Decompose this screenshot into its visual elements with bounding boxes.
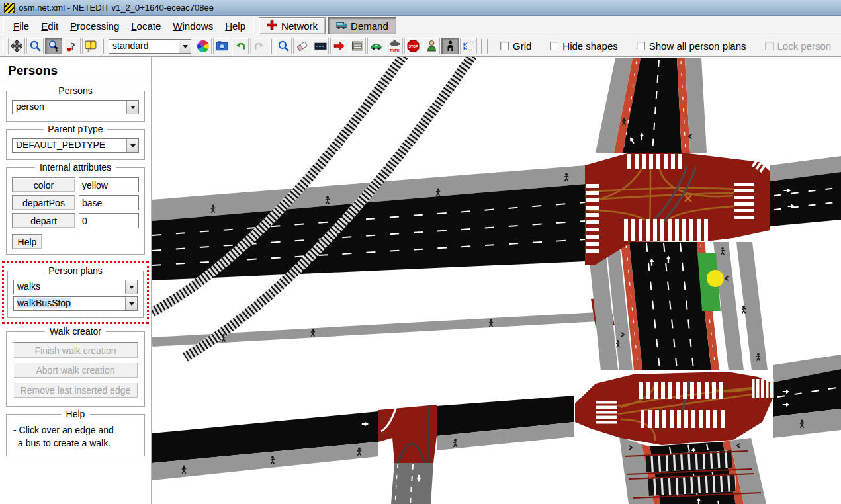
person-plans-group: Person plans walks walkBusStop [7,271,144,318]
window-title: osm.net.xml - NETEDIT v1_2_0+1640-eceac7… [19,3,214,13]
network-mode-button[interactable]: Network [259,17,326,34]
depart-attribute-button[interactable]: depart [12,213,75,228]
screenshot-button[interactable] [213,38,230,54]
zoom-icon [29,40,42,52]
chevron-down-icon[interactable] [179,40,191,53]
route-mode-button[interactable] [312,38,329,54]
edge-north-road[interactable] [596,58,707,153]
redo-icon [253,40,265,52]
checkbox-icon[interactable] [637,42,645,50]
junction-t[interactable] [378,405,437,463]
vehicle-type-icon: TYPE [388,40,401,52]
persons-frame: Persons Persons person Parent pType DEFA… [0,57,152,504]
edge-vertical-road[interactable] [588,242,768,370]
chevron-down-icon[interactable] [125,297,137,310]
person-plans-highlight: Person plans walks walkBusStop [2,261,149,324]
hide-shapes-checkbox[interactable]: Hide shapes [550,40,617,52]
remove-last-edge-button: Remove last inserted edge [13,382,138,398]
color-scheme-button[interactable] [195,38,212,54]
network-view[interactable] [152,57,841,504]
demand-mode-icon [336,20,347,32]
svg-text:STOP: STOP [408,44,418,48]
menu-edit[interactable]: Edit [35,19,64,34]
view-options: Grid Hide shapes Show all person plans L… [500,40,831,52]
camera-icon [216,40,228,52]
menu-help[interactable]: Help [219,19,251,34]
tooltip-button[interactable]: ! [82,38,99,54]
vehicle-mode-button[interactable] [367,38,384,54]
stop-mode-button[interactable] [349,38,366,54]
pan-view-button[interactable] [8,38,25,54]
help-text: - Click over an edge and a bus to create… [11,421,140,451]
person-type-icon [425,40,438,52]
zoom-select-button[interactable] [45,38,62,54]
inspect-mode-button[interactable] [275,38,292,54]
junction-south[interactable] [575,372,774,445]
pan-icon [11,40,23,52]
checkbox-icon[interactable] [550,42,558,50]
color-attribute-button[interactable]: color [12,177,75,192]
edge-east-road[interactable] [770,156,841,226]
person-mode-button[interactable] [441,38,459,54]
car-icon [370,40,382,52]
chevron-down-icon[interactable] [125,280,137,294]
person-plan-icon [463,40,475,52]
toolbar-grip[interactable] [3,19,5,33]
finish-walk-button: Finish walk creation [13,342,138,358]
chevron-down-icon[interactable] [126,139,138,152]
color-wheel-icon [197,40,210,53]
move-mode-button[interactable] [330,38,347,54]
context-help-button[interactable]: ? [64,38,81,54]
edge-south-lane[interactable] [391,463,433,504]
menu-bar: File Edit Processing Locate Windows Help… [0,16,841,36]
plan-type-select[interactable]: walks [13,280,138,294]
menu-processing[interactable]: Processing [64,19,125,34]
undo-button[interactable] [232,38,249,54]
toolbar-grip[interactable] [270,39,272,54]
toolbar-grip[interactable] [480,39,482,54]
color-input[interactable] [79,177,139,192]
stop-sign-icon: STOP [407,40,420,52]
stop-sign-mode-button[interactable]: STOP [404,38,421,54]
vehicle-type-mode-button[interactable]: TYPE [386,38,403,54]
person-select[interactable]: person [12,100,139,114]
lock-person-checkbox: Lock person [765,40,832,52]
persons-group: Persons person [6,91,145,122]
depart-input[interactable] [79,213,139,228]
departpos-input[interactable] [79,195,139,210]
svg-text:TYPE: TYPE [390,48,400,52]
grid-checkbox[interactable]: Grid [500,40,531,52]
menu-file[interactable]: File [7,19,35,34]
person-marker[interactable] [707,270,724,287]
parent-ptype-group: Parent pType DEFAULT_PEDTYPE [6,129,145,160]
toolbar-grip[interactable] [253,19,255,33]
attributes-help-button[interactable]: Help [12,234,42,249]
plan-mode-select[interactable]: walkBusStop [13,296,138,311]
delete-mode-button[interactable] [293,38,310,54]
edge-bottom-road[interactable] [152,396,574,480]
departpos-attribute-button[interactable]: departPos [12,195,75,210]
person-plan-mode-button[interactable] [460,38,477,54]
app-icon [4,3,15,13]
help-group: Help - Click over an edge and a bus to c… [6,414,145,456]
person-type-mode-button[interactable] [423,38,440,54]
edge-lower-east-road[interactable] [773,355,841,438]
svg-text:?: ? [70,41,75,52]
show-person-plans-checkbox[interactable]: Show all person plans [637,40,746,52]
frame-title: Persons [0,60,151,83]
ptype-select[interactable]: DEFAULT_PEDTYPE [12,138,139,153]
toolbar-grip[interactable] [102,39,104,54]
undo-icon [234,40,247,52]
view-preset-select[interactable]: standard [109,39,191,54]
toolbar-grip[interactable] [486,39,488,54]
menu-locate[interactable]: Locate [125,19,167,34]
checkbox-icon [765,42,774,50]
chevron-down-icon[interactable] [126,101,138,114]
zoom-button[interactable] [26,38,44,54]
network-canvas[interactable] [152,57,841,504]
person-icon [444,40,457,52]
menu-windows[interactable]: Windows [167,19,219,34]
checkbox-icon[interactable] [500,42,509,50]
demand-mode-button[interactable]: Demand [328,17,396,34]
toolbar-grip[interactable] [3,39,5,54]
